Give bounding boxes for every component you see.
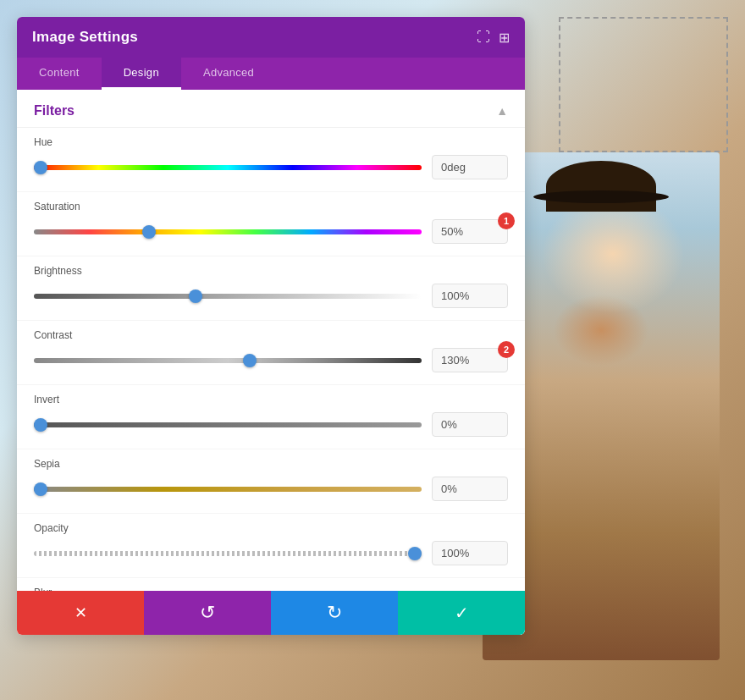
opacity-value-wrap [432,541,508,565]
filter-brightness: Brightness [17,256,525,321]
sepia-label: Sepia [34,458,508,470]
header-icons: ⛶ ⊞ [477,30,510,46]
contrast-label: Contrast [34,329,508,341]
opacity-input[interactable] [432,541,508,565]
brightness-thumb[interactable] [189,289,202,303]
image-settings-panel: Image Settings ⛶ ⊞ Content Design Advanc… [17,17,525,635]
filter-hue: Hue [17,128,525,192]
contrast-thumb[interactable] [243,354,257,367]
undo-button[interactable]: ↺ [144,591,271,635]
saturation-badge: 1 [498,212,515,229]
saturation-input[interactable] [432,219,508,244]
hue-slider[interactable] [34,161,422,174]
saturation-slider[interactable] [34,225,422,239]
contrast-badge: 2 [498,341,515,358]
saturation-controls: 1 [34,219,508,244]
panel-body: Filters ▲ Hue Saturation [17,90,525,635]
selection-box [559,17,728,152]
saturation-value-wrap: 1 [432,219,508,244]
invert-label: Invert [34,394,508,405]
cancel-icon: ✕ [74,604,87,622]
resize-icon[interactable]: ⛶ [477,30,490,46]
hue-value-wrap [432,155,508,179]
sepia-controls [34,477,508,501]
contrast-input[interactable] [432,348,508,372]
filter-contrast: Contrast 2 [17,321,525,385]
hue-thumb[interactable] [34,161,47,174]
brightness-slider[interactable] [34,289,422,303]
opacity-label: Opacity [34,522,508,534]
sepia-input[interactable] [432,477,508,501]
redo-icon: ↻ [327,602,342,624]
save-button[interactable]: ✓ [398,591,525,635]
invert-slider[interactable] [34,418,422,432]
panel-header: Image Settings ⛶ ⊞ [17,17,525,58]
contrast-controls: 2 [34,348,508,372]
saturation-track [34,229,422,234]
save-icon: ✓ [455,603,469,623]
redo-button[interactable]: ↻ [271,591,398,635]
brightness-controls [34,284,508,308]
saturation-label: Saturation [34,201,508,212]
cancel-button[interactable]: ✕ [17,591,144,635]
invert-track [34,422,422,427]
sepia-slider[interactable] [34,482,422,496]
tab-design[interactable]: Design [102,58,181,90]
contrast-value-wrap: 2 [432,348,508,372]
tab-content[interactable]: Content [17,58,102,90]
toolbar: ✕ ↺ ↻ ✓ [17,591,525,635]
sepia-thumb[interactable] [34,482,47,496]
filter-sepia: Sepia [17,449,525,514]
brightness-track [34,294,422,299]
hue-controls [34,155,508,179]
sepia-value-wrap [432,477,508,501]
saturation-thumb[interactable] [142,225,156,239]
sepia-track [34,487,422,492]
contrast-track [34,358,422,363]
hat-shape [546,161,656,212]
opacity-slider[interactable] [34,547,422,560]
hue-input[interactable] [432,155,508,179]
undo-icon: ↺ [200,602,215,624]
filter-invert: Invert [17,385,525,449]
opacity-thumb[interactable] [408,547,422,560]
hue-track [34,165,422,170]
tabs: Content Design Advanced [17,58,525,90]
filters-title: Filters [34,103,74,119]
hue-label: Hue [34,136,508,148]
panel-title: Image Settings [32,29,138,46]
filters-section-header: Filters ▲ [17,90,525,128]
invert-thumb[interactable] [34,418,47,432]
contrast-slider[interactable] [34,354,422,367]
tab-advanced[interactable]: Advanced [181,58,276,90]
invert-input[interactable] [432,412,508,437]
opacity-controls [34,541,508,565]
opacity-track [34,551,422,556]
invert-controls [34,412,508,437]
invert-value-wrap [432,412,508,437]
filter-saturation: Saturation 1 [17,192,525,256]
brightness-label: Brightness [34,265,508,277]
brightness-value-wrap [432,284,508,308]
collapse-icon[interactable]: ▲ [496,104,508,118]
filter-opacity: Opacity [17,514,525,578]
hat-brim [533,190,669,203]
layout-icon[interactable]: ⊞ [499,30,510,46]
brightness-input[interactable] [432,284,508,308]
